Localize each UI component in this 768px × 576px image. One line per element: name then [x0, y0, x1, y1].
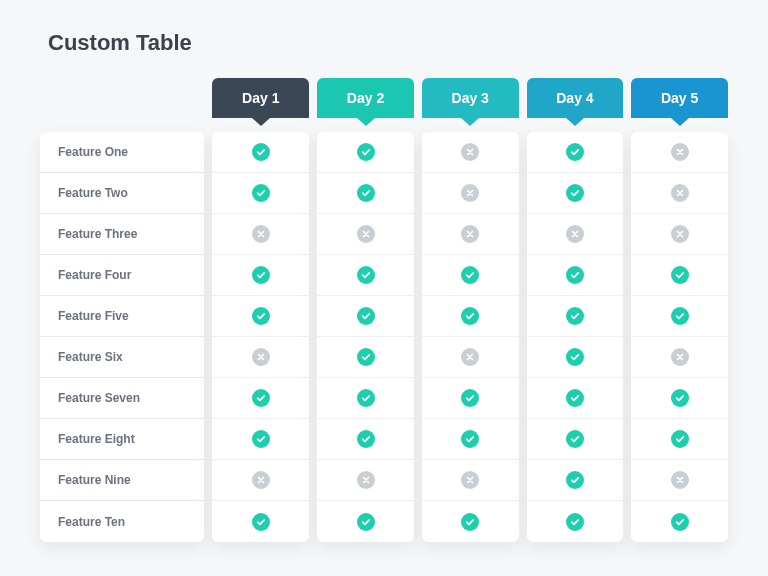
column-header-label: Day 5: [661, 90, 698, 106]
data-column: Day 4: [527, 78, 624, 542]
data-cell: [422, 214, 519, 255]
check-icon: [566, 143, 584, 161]
check-icon: [671, 389, 689, 407]
data-cell: [317, 337, 414, 378]
data-cell: [212, 419, 309, 460]
check-icon: [357, 389, 375, 407]
check-icon: [252, 143, 270, 161]
data-cell: [527, 214, 624, 255]
check-icon: [461, 389, 479, 407]
data-cell: [212, 214, 309, 255]
data-cell: [422, 173, 519, 214]
data-cell: [631, 132, 728, 173]
cross-icon: [671, 184, 689, 202]
cross-icon: [461, 143, 479, 161]
check-icon: [357, 348, 375, 366]
cross-icon: [671, 143, 689, 161]
check-icon: [461, 430, 479, 448]
column-body: [422, 132, 519, 542]
check-icon: [461, 307, 479, 325]
check-icon: [357, 307, 375, 325]
data-cell: [631, 378, 728, 419]
check-icon: [252, 430, 270, 448]
column-body: [317, 132, 414, 542]
data-cell: [422, 460, 519, 501]
column-header: Day 3: [422, 78, 519, 118]
data-cell: [212, 501, 309, 542]
cross-icon: [461, 471, 479, 489]
data-cell: [631, 501, 728, 542]
data-cell: [317, 419, 414, 460]
cross-icon: [671, 471, 689, 489]
check-icon: [566, 348, 584, 366]
data-cell: [422, 378, 519, 419]
check-icon: [252, 389, 270, 407]
data-cell: [631, 337, 728, 378]
cross-icon: [671, 225, 689, 243]
row-label: Feature Four: [40, 255, 204, 296]
check-icon: [671, 513, 689, 531]
column-header: Day 4: [527, 78, 624, 118]
data-cell: [422, 255, 519, 296]
data-cell: [317, 501, 414, 542]
data-cell: [527, 337, 624, 378]
cross-icon: [461, 225, 479, 243]
check-icon: [566, 266, 584, 284]
cross-icon: [357, 225, 375, 243]
column-header-label: Day 2: [347, 90, 384, 106]
row-labels-column: Feature OneFeature TwoFeature ThreeFeatu…: [40, 132, 204, 542]
cross-icon: [671, 348, 689, 366]
data-cell: [422, 132, 519, 173]
data-cell: [631, 460, 728, 501]
check-icon: [566, 184, 584, 202]
check-icon: [461, 266, 479, 284]
page-title: Custom Table: [48, 30, 728, 56]
check-icon: [566, 307, 584, 325]
data-cell: [631, 214, 728, 255]
column-header: Day 5: [631, 78, 728, 118]
column-header: Day 2: [317, 78, 414, 118]
data-cell: [212, 255, 309, 296]
row-label: Feature Six: [40, 337, 204, 378]
check-icon: [671, 266, 689, 284]
check-icon: [671, 430, 689, 448]
data-cell: [212, 173, 309, 214]
data-cell: [317, 296, 414, 337]
data-cell: [212, 337, 309, 378]
check-icon: [566, 513, 584, 531]
data-cell: [527, 296, 624, 337]
row-label: Feature Seven: [40, 378, 204, 419]
cross-icon: [461, 184, 479, 202]
check-icon: [252, 184, 270, 202]
data-cell: [422, 501, 519, 542]
data-column: Day 5: [631, 78, 728, 542]
check-icon: [357, 430, 375, 448]
data-cell: [527, 132, 624, 173]
data-cell: [317, 378, 414, 419]
data-cell: [422, 337, 519, 378]
column-header-label: Day 4: [556, 90, 593, 106]
cross-icon: [252, 471, 270, 489]
column-body: [631, 132, 728, 542]
data-cell: [631, 296, 728, 337]
data-cell: [527, 378, 624, 419]
data-column: Day 2: [317, 78, 414, 542]
cross-icon: [252, 348, 270, 366]
data-cell: [422, 419, 519, 460]
row-label: Feature Nine: [40, 460, 204, 501]
data-cell: [631, 419, 728, 460]
data-cell: [317, 132, 414, 173]
data-cell: [317, 255, 414, 296]
cross-icon: [461, 348, 479, 366]
row-label: Feature One: [40, 132, 204, 173]
check-icon: [357, 266, 375, 284]
check-icon: [252, 513, 270, 531]
row-label: Feature Three: [40, 214, 204, 255]
data-cell: [527, 419, 624, 460]
check-icon: [252, 266, 270, 284]
check-icon: [566, 471, 584, 489]
data-column: Day 1: [212, 78, 309, 542]
row-label: Feature Eight: [40, 419, 204, 460]
check-icon: [566, 389, 584, 407]
data-cell: [212, 296, 309, 337]
